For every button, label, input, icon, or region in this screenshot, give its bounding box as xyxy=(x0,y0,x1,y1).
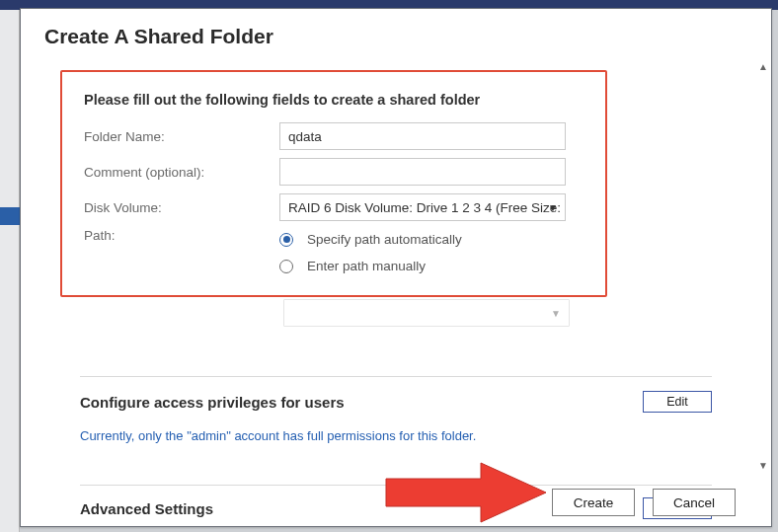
row-comment: Comment (optional): xyxy=(84,157,584,187)
folder-name-input[interactable] xyxy=(279,122,566,150)
scrollbar[interactable]: ▲ ▼ xyxy=(755,58,771,473)
dialog-header: Create A Shared Folder xyxy=(21,9,771,58)
radio-specify-auto[interactable] xyxy=(279,233,293,247)
form-section-highlight: Please fill out the following fields to … xyxy=(60,70,607,297)
scroll-track[interactable] xyxy=(757,76,769,455)
row-disk-volume: Disk Volume: RAID 6 Disk Volume: Drive 1… xyxy=(84,192,584,222)
disabled-path-dropdown: ▼ xyxy=(283,299,570,327)
create-button[interactable]: Create xyxy=(552,489,635,516)
radio-enter-manual[interactable] xyxy=(279,260,293,273)
divider xyxy=(80,376,712,377)
comment-input[interactable] xyxy=(279,158,566,186)
disk-volume-select-wrap: RAID 6 Disk Volume: Drive 1 2 3 4 (Free … xyxy=(279,193,566,221)
privileges-header-row: Configure access privileges for users Ed… xyxy=(80,391,712,413)
dialog-body: Please fill out the following fields to … xyxy=(21,58,771,473)
label-path: Path: xyxy=(84,228,279,243)
scroll-up-icon[interactable]: ▲ xyxy=(757,58,769,74)
privileges-title: Configure access privileges for users xyxy=(80,394,345,411)
label-folder-name: Folder Name: xyxy=(84,129,279,144)
radio-row-auto: Specify path automatically xyxy=(279,232,462,247)
chevron-down-icon: ▼ xyxy=(551,308,561,319)
row-path: Path: Specify path automatically Enter p… xyxy=(84,228,584,258)
radio-label-manual: Enter path manually xyxy=(307,259,426,273)
scroll-down-icon[interactable]: ▼ xyxy=(757,457,769,473)
privileges-section: Configure access privileges for users Ed… xyxy=(80,376,712,444)
radio-row-manual: Enter path manually xyxy=(279,259,462,273)
path-radio-group: Specify path automatically Enter path ma… xyxy=(279,228,462,273)
background-left-panel xyxy=(0,10,20,532)
privileges-note-link[interactable]: Currently, only the "admin" account has … xyxy=(80,428,476,443)
edit-privileges-button[interactable]: Edit xyxy=(643,391,712,413)
label-comment: Comment (optional): xyxy=(84,165,279,180)
cancel-button[interactable]: Cancel xyxy=(653,489,736,516)
disk-volume-select[interactable]: RAID 6 Disk Volume: Drive 1 2 3 4 (Free … xyxy=(279,193,566,221)
form-intro: Please fill out the following fields to … xyxy=(84,92,584,108)
dialog-footer: Create Cancel xyxy=(21,479,771,526)
row-folder-name: Folder Name: xyxy=(84,121,584,151)
radio-label-auto: Specify path automatically xyxy=(307,232,462,247)
label-disk-volume: Disk Volume: xyxy=(84,200,279,215)
background-selected-marker xyxy=(0,207,20,225)
create-shared-folder-dialog: Create A Shared Folder Please fill out t… xyxy=(20,8,772,527)
dialog-title: Create A Shared Folder xyxy=(44,25,747,48)
